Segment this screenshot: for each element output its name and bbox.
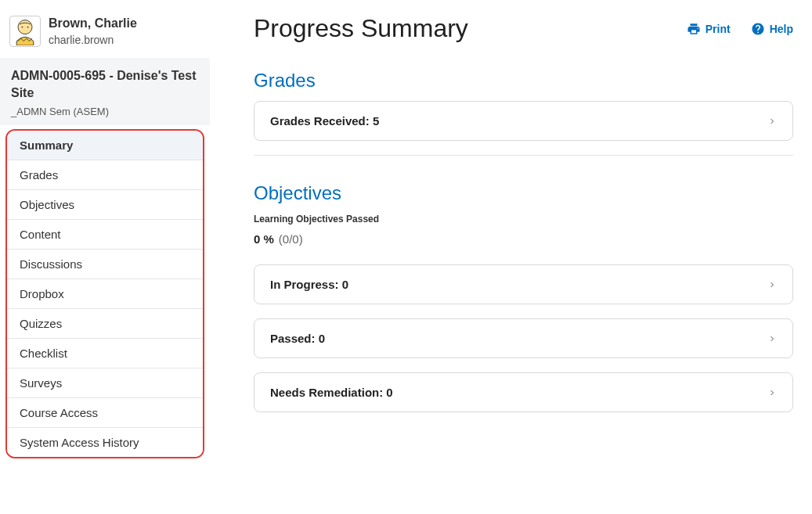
in-progress-accordion[interactable]: In Progress: 0 — [254, 264, 793, 304]
sidebar-item-content[interactable]: Content — [7, 220, 203, 250]
course-block: ADMN-0005-695 - Denise's Test Site _ADMN… — [0, 58, 210, 125]
chevron-right-icon — [767, 117, 777, 126]
user-card: Brown, Charlie charlie.brown — [0, 9, 210, 58]
nav-highlight-box: Summary Grades Objectives Content Discus… — [5, 129, 204, 458]
help-button[interactable]: Help — [751, 22, 793, 36]
grades-received-accordion[interactable]: Grades Received: 5 — [254, 101, 793, 141]
sidebar-item-checklist[interactable]: Checklist — [7, 339, 203, 368]
help-icon — [751, 22, 765, 36]
main-content: Progress Summary Print Help Grades Grade… — [210, 0, 812, 514]
sidebar-item-dropbox[interactable]: Dropbox — [7, 279, 203, 309]
user-login: charlie.brown — [49, 34, 137, 46]
needs-remediation-accordion[interactable]: Needs Remediation: 0 — [254, 372, 793, 412]
print-button[interactable]: Print — [687, 22, 731, 36]
page-title: Progress Summary — [254, 14, 468, 43]
section-divider — [254, 155, 793, 156]
sidebar-item-summary[interactable]: Summary — [7, 131, 203, 160]
objectives-section-title: Objectives — [254, 182, 793, 204]
objectives-stat-line: 0 % (0/0) — [254, 232, 793, 246]
sidebar-item-surveys[interactable]: Surveys — [7, 368, 203, 398]
print-icon — [687, 22, 701, 36]
sidebar: Brown, Charlie charlie.brown ADMN-0005-6… — [0, 0, 210, 514]
sidebar-item-grades[interactable]: Grades — [7, 160, 203, 190]
objectives-percent: 0 % — [254, 232, 274, 246]
user-info: Brown, Charlie charlie.brown — [49, 16, 137, 46]
in-progress-label: In Progress: 0 — [270, 278, 348, 291]
svg-point-2 — [27, 27, 29, 28]
svg-point-1 — [22, 27, 23, 28]
objectives-fraction: (0/0) — [279, 232, 303, 246]
chevron-right-icon — [767, 280, 777, 289]
print-label: Print — [706, 23, 731, 35]
avatar-icon — [11, 17, 39, 45]
main-header: Progress Summary Print Help — [254, 14, 793, 43]
needs-remediation-label: Needs Remediation: 0 — [270, 386, 393, 399]
course-title: ADMN-0005-695 - Denise's Test Site — [11, 67, 199, 101]
avatar — [9, 16, 41, 47]
sidebar-item-system-access-history[interactable]: System Access History — [7, 428, 203, 457]
passed-label: Passed: 0 — [270, 332, 325, 345]
sidebar-item-objectives[interactable]: Objectives — [7, 190, 203, 220]
passed-accordion[interactable]: Passed: 0 — [254, 318, 793, 358]
user-name: Brown, Charlie — [49, 16, 137, 32]
chevron-right-icon — [767, 334, 777, 343]
sidebar-item-course-access[interactable]: Course Access — [7, 398, 203, 428]
grades-section-title: Grades — [254, 70, 793, 92]
grades-received-label: Grades Received: 5 — [270, 114, 379, 128]
help-label: Help — [770, 23, 793, 35]
header-actions: Print Help — [687, 22, 793, 36]
course-subtitle: _ADMN Sem (ASEM) — [11, 106, 199, 117]
svg-point-0 — [18, 20, 32, 34]
chevron-right-icon — [767, 388, 777, 397]
sidebar-item-quizzes[interactable]: Quizzes — [7, 309, 203, 339]
sidebar-item-discussions[interactable]: Discussions — [7, 250, 203, 279]
objectives-passed-sublabel: Learning Objectives Passed — [254, 214, 793, 225]
